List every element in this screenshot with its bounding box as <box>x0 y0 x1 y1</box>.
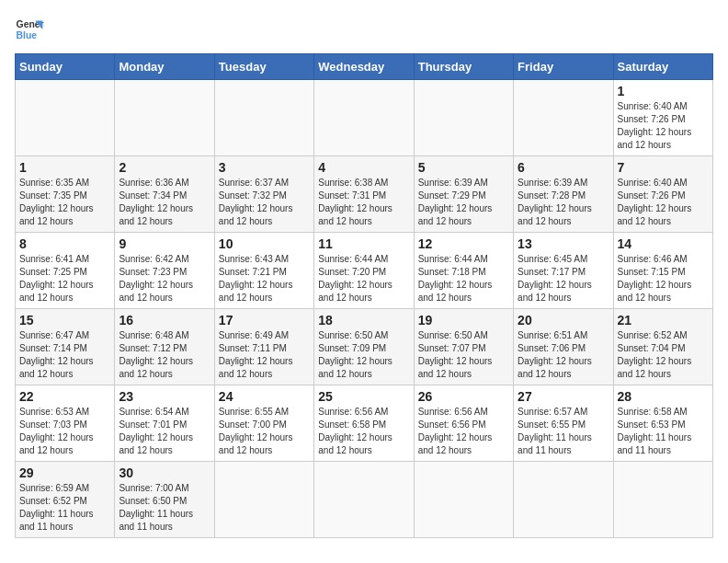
calendar-week-row: 1 Sunrise: 6:35 AM Sunset: 7:35 PMDaylig… <box>16 156 713 233</box>
day-number: 25 <box>318 389 409 404</box>
day-number: 8 <box>19 236 110 251</box>
day-number: 7 <box>618 160 709 175</box>
calendar-day-cell: 1 Sunrise: 6:40 AM Sunset: 7:26 PMDaylig… <box>613 80 712 156</box>
calendar-week-row: 1 Sunrise: 6:40 AM Sunset: 7:26 PMDaylig… <box>16 80 713 156</box>
calendar-day-cell: 26 Sunrise: 6:56 AM Sunset: 6:56 PMDayli… <box>414 385 513 462</box>
calendar-day-cell: 11 Sunrise: 6:44 AM Sunset: 7:20 PMDayli… <box>314 233 414 309</box>
day-number: 22 <box>19 389 110 404</box>
calendar-day-cell: 14 Sunrise: 6:46 AM Sunset: 7:15 PMDayli… <box>613 233 712 309</box>
day-number: 29 <box>19 465 110 480</box>
day-info: Sunrise: 6:42 AM Sunset: 7:23 PMDaylight… <box>119 253 210 304</box>
calendar-day-cell <box>314 80 414 156</box>
day-number: 15 <box>19 313 110 327</box>
logo-icon: General Blue <box>15 15 44 44</box>
day-number: 2 <box>119 160 210 175</box>
day-number: 6 <box>518 160 609 175</box>
day-header-sunday: Sunday <box>16 54 115 80</box>
calendar-day-cell <box>613 462 712 538</box>
calendar-day-cell <box>115 80 214 156</box>
calendar-day-cell: 10 Sunrise: 6:43 AM Sunset: 7:21 PMDayli… <box>214 233 313 309</box>
day-info: Sunrise: 6:38 AM Sunset: 7:31 PMDaylight… <box>318 177 409 228</box>
day-info: Sunrise: 6:55 AM Sunset: 7:00 PMDaylight… <box>219 406 310 457</box>
day-header-wednesday: Wednesday <box>314 54 414 80</box>
day-number: 11 <box>318 236 409 251</box>
calendar-day-cell: 27 Sunrise: 6:57 AM Sunset: 6:55 PMDayli… <box>514 385 613 462</box>
calendar-day-cell: 13 Sunrise: 6:45 AM Sunset: 7:17 PMDayli… <box>514 233 613 309</box>
day-number: 28 <box>618 389 709 404</box>
day-number: 1 <box>19 160 110 175</box>
day-info: Sunrise: 6:43 AM Sunset: 7:21 PMDaylight… <box>219 253 310 304</box>
calendar-day-cell <box>214 80 313 156</box>
day-info: Sunrise: 6:56 AM Sunset: 6:56 PMDaylight… <box>418 406 509 457</box>
day-info: Sunrise: 6:50 AM Sunset: 7:09 PMDaylight… <box>318 329 409 381</box>
calendar-day-cell <box>414 462 513 538</box>
day-info: Sunrise: 6:45 AM Sunset: 7:17 PMDaylight… <box>518 253 609 304</box>
day-number: 19 <box>418 313 509 327</box>
svg-text:Blue: Blue <box>17 30 38 40</box>
day-info: Sunrise: 6:59 AM Sunset: 6:52 PMDaylight… <box>19 482 110 534</box>
day-number: 26 <box>418 389 509 404</box>
day-info: Sunrise: 6:44 AM Sunset: 7:20 PMDaylight… <box>318 253 409 304</box>
calendar-day-cell: 6 Sunrise: 6:39 AM Sunset: 7:28 PMDaylig… <box>514 156 613 233</box>
calendar-day-cell: 25 Sunrise: 6:56 AM Sunset: 6:58 PMDayli… <box>314 385 414 462</box>
calendar-header-row: SundayMondayTuesdayWednesdayThursdayFrid… <box>16 54 713 80</box>
day-info: Sunrise: 6:39 AM Sunset: 7:28 PMDaylight… <box>518 177 609 228</box>
calendar-day-cell <box>514 80 613 156</box>
day-info: Sunrise: 6:39 AM Sunset: 7:29 PMDaylight… <box>418 177 509 228</box>
day-number: 12 <box>418 236 509 251</box>
day-info: Sunrise: 6:47 AM Sunset: 7:14 PMDaylight… <box>19 329 110 381</box>
day-number: 16 <box>119 313 210 327</box>
calendar-week-row: 15 Sunrise: 6:47 AM Sunset: 7:14 PMDayli… <box>16 309 713 385</box>
day-info: Sunrise: 6:58 AM Sunset: 6:53 PMDaylight… <box>618 406 709 457</box>
day-header-friday: Friday <box>514 54 613 80</box>
day-info: Sunrise: 6:37 AM Sunset: 7:32 PMDaylight… <box>219 177 310 228</box>
day-number: 1 <box>618 84 709 98</box>
day-header-tuesday: Tuesday <box>214 54 313 80</box>
calendar-day-cell: 29 Sunrise: 6:59 AM Sunset: 6:52 PMDayli… <box>16 462 115 538</box>
day-number: 10 <box>219 236 310 251</box>
day-number: 17 <box>219 313 310 327</box>
day-info: Sunrise: 6:36 AM Sunset: 7:34 PMDaylight… <box>119 177 210 228</box>
calendar-day-cell: 18 Sunrise: 6:50 AM Sunset: 7:09 PMDayli… <box>314 309 414 385</box>
day-number: 4 <box>318 160 409 175</box>
calendar-week-row: 8 Sunrise: 6:41 AM Sunset: 7:25 PMDaylig… <box>16 233 713 309</box>
calendar-day-cell: 2 Sunrise: 6:36 AM Sunset: 7:34 PMDaylig… <box>115 156 214 233</box>
calendar-day-cell: 12 Sunrise: 6:44 AM Sunset: 7:18 PMDayli… <box>414 233 513 309</box>
day-info: Sunrise: 6:56 AM Sunset: 6:58 PMDaylight… <box>318 406 409 457</box>
calendar-day-cell <box>314 462 414 538</box>
day-info: Sunrise: 6:53 AM Sunset: 7:03 PMDaylight… <box>19 406 110 457</box>
logo: General Blue <box>15 15 44 44</box>
calendar-day-cell: 20 Sunrise: 6:51 AM Sunset: 7:06 PMDayli… <box>514 309 613 385</box>
day-info: Sunrise: 6:46 AM Sunset: 7:15 PMDaylight… <box>618 253 709 304</box>
calendar-day-cell <box>414 80 513 156</box>
day-number: 21 <box>618 313 709 327</box>
calendar-day-cell <box>514 462 613 538</box>
page-header: General Blue <box>15 15 713 44</box>
calendar-day-cell: 3 Sunrise: 6:37 AM Sunset: 7:32 PMDaylig… <box>214 156 313 233</box>
day-number: 24 <box>219 389 310 404</box>
calendar-day-cell: 28 Sunrise: 6:58 AM Sunset: 6:53 PMDayli… <box>613 385 712 462</box>
day-number: 14 <box>618 236 709 251</box>
calendar-day-cell: 7 Sunrise: 6:40 AM Sunset: 7:26 PMDaylig… <box>613 156 712 233</box>
day-info: Sunrise: 6:51 AM Sunset: 7:06 PMDaylight… <box>518 329 609 381</box>
day-number: 30 <box>119 465 210 480</box>
calendar-day-cell: 17 Sunrise: 6:49 AM Sunset: 7:11 PMDayli… <box>214 309 313 385</box>
calendar-day-cell: 24 Sunrise: 6:55 AM Sunset: 7:00 PMDayli… <box>214 385 313 462</box>
day-number: 9 <box>119 236 210 251</box>
day-header-saturday: Saturday <box>613 54 712 80</box>
calendar-day-cell: 23 Sunrise: 6:54 AM Sunset: 7:01 PMDayli… <box>115 385 214 462</box>
day-header-monday: Monday <box>115 54 214 80</box>
day-number: 18 <box>318 313 409 327</box>
day-number: 13 <box>518 236 609 251</box>
day-info: Sunrise: 6:57 AM Sunset: 6:55 PMDaylight… <box>518 406 609 457</box>
day-info: Sunrise: 6:44 AM Sunset: 7:18 PMDaylight… <box>418 253 509 304</box>
calendar-day-cell <box>16 80 115 156</box>
calendar-day-cell: 30 Sunrise: 7:00 AM Sunset: 6:50 PMDayli… <box>115 462 214 538</box>
day-info: Sunrise: 6:49 AM Sunset: 7:11 PMDaylight… <box>219 329 310 381</box>
day-info: Sunrise: 6:48 AM Sunset: 7:12 PMDaylight… <box>119 329 210 381</box>
calendar-day-cell: 19 Sunrise: 6:50 AM Sunset: 7:07 PMDayli… <box>414 309 513 385</box>
day-info: Sunrise: 6:35 AM Sunset: 7:35 PMDaylight… <box>19 177 110 228</box>
calendar-day-cell: 21 Sunrise: 6:52 AM Sunset: 7:04 PMDayli… <box>613 309 712 385</box>
calendar-day-cell: 4 Sunrise: 6:38 AM Sunset: 7:31 PMDaylig… <box>314 156 414 233</box>
day-info: Sunrise: 6:52 AM Sunset: 7:04 PMDaylight… <box>618 329 709 381</box>
